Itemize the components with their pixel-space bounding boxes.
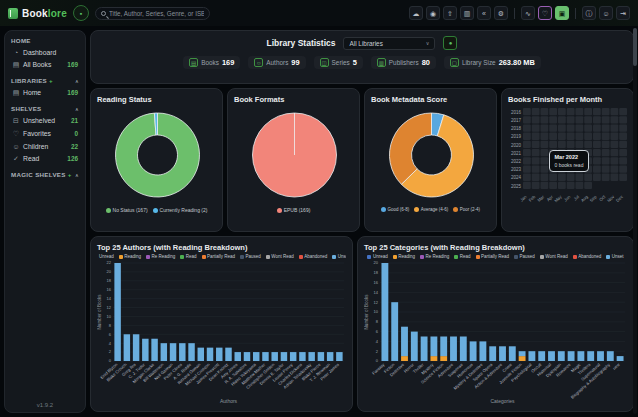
search-box[interactable] — [95, 7, 210, 20]
heatmap-cell[interactable] — [602, 124, 610, 131]
favorites-button[interactable]: ♡ — [538, 6, 552, 20]
heatmap-cell[interactable] — [532, 182, 540, 189]
heatmap-cell[interactable] — [541, 182, 549, 189]
heatmap-cell[interactable] — [593, 124, 601, 131]
heatmap-cell[interactable] — [549, 157, 557, 164]
heatmap-cell[interactable] — [541, 108, 549, 115]
heatmap-cell[interactable] — [532, 157, 540, 164]
sidebar-item-dashboard[interactable]: ◔Dashboard — [10, 46, 80, 58]
sidebar-section-header[interactable]: HOME — [11, 37, 79, 44]
bar-segment-reading[interactable] — [440, 356, 447, 361]
heatmap-cell[interactable] — [523, 182, 531, 189]
bar-segment-unset[interactable] — [327, 352, 333, 361]
search-input[interactable] — [109, 10, 204, 17]
heatmap-cell[interactable] — [532, 149, 540, 156]
heatmap-cell[interactable] — [549, 108, 557, 115]
heatmap-cell[interactable] — [602, 108, 610, 115]
heatmap-cell[interactable] — [593, 133, 601, 140]
bar-segment-unset[interactable] — [253, 352, 259, 361]
heatmap-cell[interactable] — [523, 124, 531, 131]
heatmap-cell[interactable] — [576, 182, 584, 189]
bar-segment-reading[interactable] — [519, 356, 526, 361]
legend-item[interactable]: EPUB (169) — [277, 207, 311, 213]
bar-segment-unset[interactable] — [225, 348, 231, 361]
heatmap-cell[interactable] — [619, 133, 627, 140]
heatmap-cell[interactable] — [576, 141, 584, 148]
heatmap-cell[interactable] — [532, 165, 540, 172]
heatmap-cell[interactable] — [619, 108, 627, 115]
heatmap-cell[interactable] — [584, 124, 592, 131]
heatmap-cell[interactable] — [584, 116, 592, 123]
heatmap-cell[interactable] — [602, 116, 610, 123]
heatmap-cell[interactable] — [611, 141, 619, 148]
heatmap-cell[interactable] — [558, 165, 566, 172]
heatmap-cell[interactable] — [619, 149, 627, 156]
add-icon[interactable]: + — [49, 77, 53, 84]
library-stats-button[interactable]: ▥ — [460, 6, 474, 20]
bar-segment-unset[interactable] — [114, 263, 120, 361]
top-categories-chart[interactable]: 02468101214161820FantasyFictionDetective… — [364, 259, 627, 406]
bar-segment-unset[interactable] — [421, 337, 428, 362]
heatmap-cell[interactable] — [558, 149, 566, 156]
bar-segment-unset[interactable] — [391, 302, 398, 361]
bar-segment-unset[interactable] — [558, 351, 565, 361]
heatmap-cell[interactable] — [576, 124, 584, 131]
heatmap-cell[interactable] — [549, 174, 557, 181]
bar-segment-unset[interactable] — [538, 351, 545, 361]
sidebar-section-header[interactable]: LIBRARIES+∧ — [11, 77, 79, 84]
bar-segment-unset[interactable] — [170, 343, 176, 361]
heatmap-cell[interactable] — [593, 165, 601, 172]
upload-button[interactable]: ⇧ — [443, 6, 457, 20]
heatmap-cell[interactable] — [567, 133, 575, 140]
activity-button[interactable]: ∿ — [521, 6, 535, 20]
logout-button[interactable]: ⇥ — [616, 6, 630, 20]
heatmap-cell[interactable] — [532, 133, 540, 140]
heatmap-cell[interactable] — [541, 116, 549, 123]
heatmap-cell[interactable] — [611, 116, 619, 123]
bar-segment-unset[interactable] — [271, 352, 277, 361]
bar-segment-reading[interactable] — [401, 356, 408, 361]
heatmap-cell[interactable] — [593, 116, 601, 123]
bar-segment-unset[interactable] — [479, 341, 486, 361]
bar-segment-reading[interactable] — [430, 356, 437, 361]
heatmap-cell[interactable] — [619, 157, 627, 164]
sidebar-section-header[interactable]: SHELVES∧ — [11, 105, 79, 112]
bar-segment-unset[interactable] — [235, 352, 241, 361]
heatmap-cell[interactable] — [602, 157, 610, 164]
info-button[interactable]: ⓘ — [582, 6, 596, 20]
legend-item[interactable]: Currently Reading (2) — [153, 207, 208, 213]
heatmap-cell[interactable] — [558, 116, 566, 123]
legend-item[interactable]: Good (6-8) — [381, 207, 409, 212]
heatmap-cell[interactable] — [576, 157, 584, 164]
heatmap-cell[interactable] — [584, 165, 592, 172]
heatmap-cell[interactable] — [567, 165, 575, 172]
heatmap-cell[interactable] — [523, 165, 531, 172]
bookshelf-button[interactable]: ▣ — [555, 6, 569, 20]
bar-segment-unset[interactable] — [299, 352, 305, 361]
top-authors-chart[interactable]: 0246810121416182022Enid BlytonBlake Crou… — [97, 259, 346, 406]
heatmap-cell[interactable] — [611, 165, 619, 172]
heatmap-cell[interactable] — [619, 141, 627, 148]
pie-slice[interactable] — [390, 113, 432, 184]
bar-segment-unset[interactable] — [499, 346, 506, 361]
bar-segment-unset[interactable] — [188, 343, 194, 361]
heatmap-cell[interactable] — [567, 108, 575, 115]
heatmap-cell[interactable] — [576, 108, 584, 115]
heatmap-cell[interactable] — [593, 108, 601, 115]
bar-segment-unset[interactable] — [290, 352, 296, 361]
heatmap-cell[interactable] — [549, 165, 557, 172]
bar-segment-unset[interactable] — [577, 351, 584, 361]
bar-segment-unset[interactable] — [142, 339, 148, 361]
bar-segment-unset[interactable] — [489, 346, 496, 361]
sidebar-item-read[interactable]: ✓Read126 — [10, 152, 80, 165]
bar-segment-unset[interactable] — [411, 332, 418, 361]
heatmap-cell[interactable] — [523, 141, 531, 148]
heatmap-cell[interactable] — [558, 174, 566, 181]
chevron-up-icon[interactable]: ∧ — [75, 78, 79, 84]
heatmap-cell[interactable] — [584, 174, 592, 181]
bar-segment-unset[interactable] — [440, 337, 447, 357]
heatmap-cell[interactable] — [593, 149, 601, 156]
heatmap-cell[interactable] — [576, 133, 584, 140]
heatmap-cell[interactable] — [567, 157, 575, 164]
heatmap-cell[interactable] — [567, 116, 575, 123]
